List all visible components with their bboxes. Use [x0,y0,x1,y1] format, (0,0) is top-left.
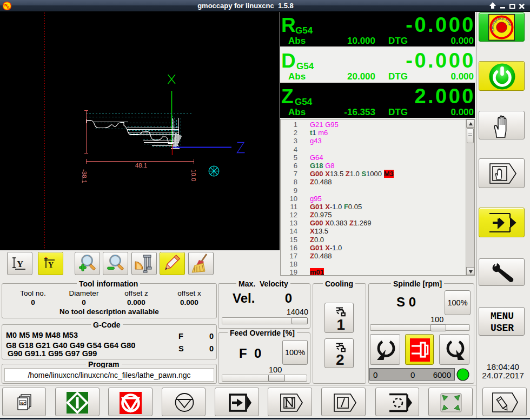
svg-text:NC: NC [21,401,27,406]
svg-text:48.1: 48.1 [135,162,147,169]
svg-text:Y: Y [48,261,54,269]
svg-text:10.0: 10.0 [190,169,197,181]
svg-text:1: 1 [337,316,346,333]
svg-text:-38.1: -38.1 [81,169,88,183]
svg-text:Y: Y [17,259,23,269]
svg-text:2: 2 [336,351,345,368]
